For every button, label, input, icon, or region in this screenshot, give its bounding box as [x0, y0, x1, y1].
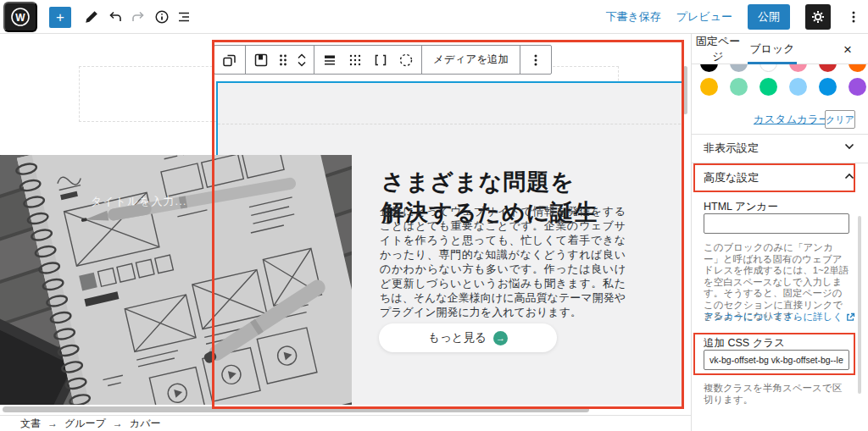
color-swatch[interactable] — [700, 64, 718, 72]
block-switcher-button[interactable] — [217, 47, 242, 73]
duotone-filter-icon[interactable] — [393, 47, 419, 73]
panel-advanced-settings[interactable]: 高度な設定 — [692, 163, 868, 192]
chevron-up-icon — [844, 173, 854, 180]
editor-topbar: W + 下書き保存 プレビュー — [0, 0, 868, 34]
color-swatch[interactable] — [849, 78, 866, 96]
sidebar-tabs: 固定ページ ブロック × — [692, 34, 868, 64]
cover-image[interactable] — [0, 155, 352, 405]
add-media-button[interactable]: メディアを追加 — [425, 52, 517, 67]
block-toolbar: メディアを追加 — [214, 45, 552, 75]
toolbar-group-switcher — [214, 46, 246, 74]
cover-content: さまざまな問題を 解決するために誕生 企業にとってウェブサイトで情報を発信をする… — [380, 81, 627, 405]
settings-sidebar: 固定ページ ブロック × カスタムカラー クリア 非表示設定 高度な設定 HTM… — [691, 34, 868, 431]
list-view-icon[interactable] — [174, 7, 194, 27]
edit-tool-icon[interactable] — [81, 7, 102, 27]
color-swatch[interactable] — [700, 78, 718, 96]
save-draft-button[interactable]: 下書き保存 — [605, 9, 660, 25]
arrow-right-circle-icon: → — [493, 331, 508, 345]
breadcrumb: 文書→グループ→カバー — [0, 415, 691, 431]
breadcrumb-item: カバー — [130, 417, 161, 431]
more-button-label: もっと見る — [428, 330, 487, 345]
publish-button[interactable]: 公開 — [748, 4, 790, 30]
topbar-actions: 下書き保存 プレビュー 公開 — [605, 0, 861, 34]
editor-canvas: タイトルを入力... さまざまな問題を 解決するために誕生 企業にとってウェブサ… — [0, 34, 691, 405]
wordpress-logo-icon: W — [10, 7, 31, 27]
html-anchor-input[interactable] — [704, 213, 849, 234]
anchor-learn-more-label: アンカーについてさらに詳しく — [704, 311, 843, 323]
canvas-vertical-scrollbar[interactable] — [683, 66, 687, 114]
selection-border-left — [216, 81, 218, 156]
palette-row-2 — [700, 78, 866, 96]
canvas-horizontal-scrollbar[interactable] — [3, 406, 589, 412]
content-position-icon[interactable] — [317, 47, 342, 73]
external-link-icon — [846, 312, 855, 322]
sidebar-scrollbar[interactable] — [858, 216, 861, 394]
select-parent-cover-button[interactable] — [248, 47, 274, 73]
color-swatch[interactable] — [819, 78, 837, 96]
settings-gear-button[interactable] — [805, 4, 831, 30]
color-swatch[interactable] — [789, 64, 807, 72]
color-swatch[interactable] — [730, 78, 748, 96]
color-swatch[interactable] — [849, 64, 866, 72]
breadcrumb-arrow-icon: → — [47, 417, 58, 429]
panel-hidden-label: 非表示設定 — [704, 141, 759, 154]
tab-page[interactable]: 固定ページ — [692, 34, 744, 64]
css-class-label: 追加 CSS クラス — [704, 336, 785, 351]
undo-icon[interactable] — [105, 7, 125, 27]
breadcrumb-arrow-icon: → — [113, 417, 123, 429]
redo-icon[interactable] — [128, 7, 148, 27]
toolbar-group-options — [520, 46, 551, 74]
add-block-button[interactable]: + — [49, 7, 71, 28]
more-options-kebab-icon[interactable] — [846, 4, 861, 30]
options-kebab-icon[interactable] — [523, 47, 548, 73]
color-swatch[interactable] — [789, 78, 807, 96]
breadcrumb-item[interactable]: 文書 — [20, 417, 41, 431]
close-sidebar-icon[interactable]: × — [837, 39, 858, 59]
color-swatch[interactable] — [819, 64, 837, 72]
preview-button[interactable]: プレビュー — [676, 9, 732, 25]
selection-border-top — [216, 81, 682, 83]
more-button[interactable]: もっと見る → — [379, 323, 557, 352]
html-anchor-label: HTML アンカー — [704, 200, 778, 214]
block-mover-up-down[interactable] — [292, 47, 311, 73]
cover-heading-line1: さまざまな問題を — [381, 167, 598, 197]
color-swatch[interactable] — [760, 64, 777, 72]
css-class-help-text: 複数クラスを半角スペースで区切ります。 — [704, 383, 851, 406]
position-matrix-icon[interactable] — [342, 47, 368, 73]
breadcrumb-item[interactable]: グループ — [64, 417, 106, 431]
gear-icon — [810, 8, 826, 25]
color-swatch[interactable] — [760, 78, 777, 96]
wordpress-logo-button[interactable]: W — [3, 2, 37, 32]
toolbar-group-cover-settings — [314, 46, 422, 74]
panel-hidden-settings[interactable]: 非表示設定 — [692, 134, 868, 163]
details-info-icon[interactable] — [152, 7, 172, 27]
panel-advanced-label: 高度な設定 — [704, 171, 759, 184]
toolbar-group-move — [246, 46, 314, 74]
css-class-input[interactable] — [704, 350, 849, 370]
cover-title-placeholder[interactable]: タイトルを入力... — [91, 194, 186, 209]
tab-block[interactable]: ブロック — [744, 34, 800, 64]
cover-paragraph[interactable]: 企業にとってウェブサイトで情報を発信をすることはとても重要なことです。企業のウェ… — [380, 204, 626, 319]
palette-row-1 — [700, 64, 866, 72]
gutenberg-editor: タイトルを入力... さまざまな問題を 解決するために誕生 企業にとってウェブサ… — [0, 0, 868, 431]
drag-handle[interactable] — [274, 47, 292, 73]
full-height-toggle-icon[interactable] — [368, 47, 393, 73]
toolbar-group-media: メディアを追加 — [422, 46, 520, 74]
color-swatch[interactable] — [730, 64, 748, 72]
color-palette — [692, 64, 868, 132]
svg-text:W: W — [15, 12, 25, 24]
anchor-learn-more-link[interactable]: アンカーについてさらに詳しく — [704, 311, 855, 323]
chevron-down-icon — [844, 143, 854, 150]
